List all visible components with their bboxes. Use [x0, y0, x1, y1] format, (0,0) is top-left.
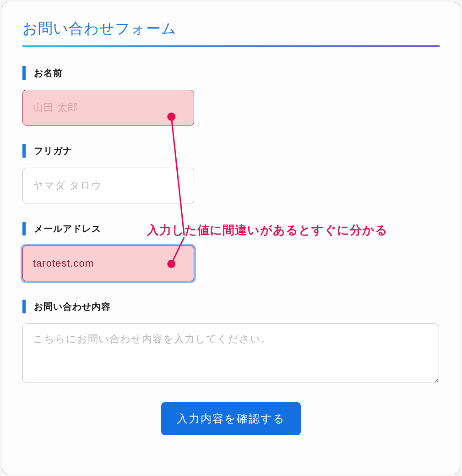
label-text: フリガナ [34, 145, 72, 157]
annotation-text: 入力した値に間違いがあるとすぐに分かる [147, 222, 388, 238]
label-bar-icon [22, 222, 26, 235]
email-input[interactable] [22, 246, 194, 281]
label-text: お名前 [34, 67, 63, 79]
label-text: お問い合わせ内容 [34, 301, 111, 313]
name-input[interactable] [22, 90, 194, 126]
furigana-input[interactable] [22, 168, 194, 203]
field-name: お名前 [22, 66, 440, 126]
field-message: お問い合わせ内容 [22, 300, 440, 385]
label-bar-icon [22, 144, 26, 158]
field-name-label: お名前 [22, 66, 440, 80]
field-message-label: お問い合わせ内容 [22, 300, 440, 313]
label-text: メールアドレス [34, 223, 101, 235]
submit-row: 入力内容を確認する [22, 402, 440, 435]
field-furigana-label: フリガナ [22, 144, 440, 158]
label-bar-icon [22, 300, 26, 313]
form-title: お問い合わせフォーム [22, 19, 440, 47]
message-textarea[interactable] [22, 323, 439, 383]
label-bar-icon [22, 66, 26, 80]
confirm-button[interactable]: 入力内容を確認する [161, 402, 301, 435]
contact-form-card: お問い合わせフォーム お名前 フリガナ メールアドレス お問い合わせ内容 入力内 [2, 2, 460, 474]
field-furigana: フリガナ [22, 144, 440, 203]
